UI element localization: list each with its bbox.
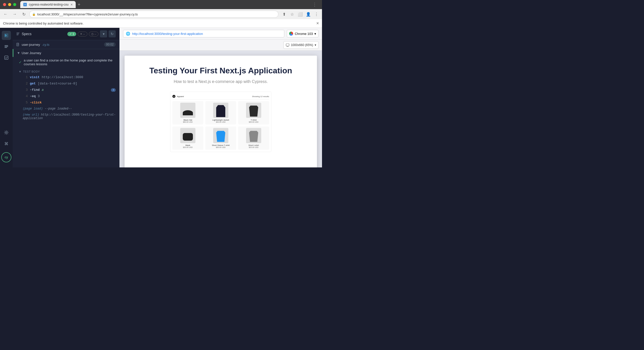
- command-row-1[interactable]: 1 visit http://localhost:3000: [13, 74, 119, 80]
- profile-icon[interactable]: 👤: [305, 11, 312, 18]
- preview-url-text: http://localhost:3000/testing-your-first…: [132, 32, 203, 36]
- viewport-select[interactable]: 1000x660 (65%) ▾: [284, 41, 318, 49]
- traffic-light-red[interactable]: [3, 3, 6, 6]
- preview-url-bar[interactable]: 🌐 http://localhost:3000/testing-your-fir…: [123, 30, 284, 37]
- file-name: user-journey .cy.ts: [16, 43, 50, 47]
- cmd-arg-1: http://localhost:3000: [42, 75, 83, 79]
- specs-title: Specs: [16, 32, 32, 36]
- command-row-5[interactable]: 5 -click: [13, 99, 119, 106]
- settings-icon-button[interactable]: [2, 128, 11, 137]
- back-button[interactable]: ←: [2, 11, 9, 18]
- shop-logo: ●: [172, 95, 175, 98]
- product-card-tshirt: T-Shirt $35.00 USD: [238, 101, 269, 124]
- product-img-hat: [180, 103, 195, 118]
- address-bar[interactable]: 🔒 localhost:3000/__/#/specs/runner?file=…: [29, 11, 278, 18]
- command-row-2[interactable]: 2 get [data-test=course-0]: [13, 80, 119, 87]
- browser-menu-icon[interactable]: ⋮: [312, 2, 319, 7]
- cmd-num-1: 1: [23, 75, 28, 79]
- traffic-light-yellow[interactable]: [8, 3, 11, 6]
- globe-icon: 🌐: [126, 32, 130, 36]
- traffic-light-green[interactable]: [13, 3, 16, 6]
- browser-name: Chrome 103: [295, 32, 313, 36]
- forward-button[interactable]: →: [11, 11, 18, 18]
- preview-content: Testing Your First Next.js Application H…: [119, 51, 322, 167]
- specs-icon: [16, 32, 20, 36]
- cmd-name-click: -click: [30, 101, 42, 104]
- test-item[interactable]: ✓ a user can find a course on the home p…: [13, 57, 119, 68]
- meta-label-1: (page load): [23, 107, 43, 111]
- chrome-logo: [289, 32, 293, 36]
- tab-favicon: [23, 3, 27, 6]
- command-row-4[interactable]: 4 -eq 3: [13, 93, 119, 99]
- tab-close-icon[interactable]: ×: [71, 3, 73, 7]
- cmd-num-2: 2: [23, 82, 28, 85]
- test-panel: Specs ✓ 1 ✕ -- ◷ -- ▾ ↻: [13, 28, 119, 167]
- svg-rect-2: [5, 34, 6, 35]
- browser-dropdown-icon: ▾: [314, 32, 316, 36]
- specs-icon-button[interactable]: [2, 42, 11, 51]
- shop-name: Apparel: [177, 95, 184, 98]
- app-preview-title: Testing Your First Next.js Application: [149, 66, 292, 75]
- share-icon[interactable]: ⬆: [280, 11, 288, 18]
- test-timer: 00:02: [104, 42, 116, 47]
- meta-label-2: (new url): [23, 113, 39, 117]
- bookmark-icon[interactable]: ☆: [289, 11, 296, 18]
- svg-rect-7: [5, 47, 7, 48]
- pending-count: --: [94, 32, 96, 35]
- cmd-name-eq: -eq: [30, 94, 36, 98]
- cmd-icon-button[interactable]: ⌘: [2, 139, 11, 148]
- cmd-badge-3: 4: [111, 88, 116, 92]
- refresh-button[interactable]: ↻: [109, 30, 116, 37]
- product-img-jacket: [213, 103, 228, 118]
- product-grid-preview: ● Apparel Showing 12 results Black Hat $: [170, 92, 271, 152]
- pending-badge: ◷ --: [89, 32, 98, 36]
- command-row-3[interactable]: 3 -find a 4: [13, 87, 119, 93]
- new-tab-button[interactable]: +: [76, 1, 83, 8]
- notification-bar: Chrome is being controlled by automated …: [0, 19, 322, 28]
- dropdown-button[interactable]: ▾: [100, 30, 107, 37]
- test-results-icon-button[interactable]: [2, 53, 11, 62]
- product-img-mask: [180, 128, 195, 143]
- notification-close-button[interactable]: ×: [316, 21, 319, 26]
- meta-value-1: --page loaded--: [45, 107, 72, 111]
- pass-badge: ✓ 1: [67, 32, 76, 36]
- cmd-num-5: 5: [23, 101, 28, 104]
- suite-name: User Journey: [22, 51, 41, 55]
- viewport-size: 1000x660 (65%): [291, 43, 313, 47]
- meta-line-1: (page load) --page loaded--: [13, 106, 119, 112]
- app-preview: Testing Your First Next.js Application H…: [125, 56, 317, 167]
- specs-controls: ✓ 1 ✕ -- ◷ -- ▾ ↻: [67, 30, 116, 37]
- reader-icon[interactable]: ⬜: [297, 11, 304, 18]
- svg-rect-3: [5, 35, 7, 36]
- product-card-grey-shirt: Short t-shirt $25.00 USD: [238, 126, 269, 150]
- run-icon-button[interactable]: [2, 31, 11, 40]
- cmd-arg-2: [data-test=course-0]: [38, 82, 77, 85]
- cmd-name-find: -find: [30, 88, 40, 92]
- cy-logo: cy: [1, 152, 11, 162]
- test-name: a user can find a course on the home pag…: [24, 58, 116, 66]
- cmd-num-4: 4: [23, 94, 28, 98]
- viewport-icon: [286, 43, 289, 47]
- more-icon[interactable]: ⋮: [313, 11, 320, 18]
- pass-count: 1: [73, 32, 74, 35]
- browser-navbar: ← → ↻ 🔒 localhost:3000/__/#/specs/runner…: [0, 9, 322, 19]
- product-card-mask: Mask $20.00 USD: [172, 126, 203, 150]
- address-text: localhost:3000/__/#/specs/runner?file=cy…: [37, 12, 276, 16]
- svg-rect-8: [5, 56, 8, 59]
- test-pass-icon: ✓: [19, 60, 22, 64]
- test-tree: ▼ User Journey ✓ a user can find a cours…: [13, 49, 119, 167]
- suite-header[interactable]: ▼ User Journey: [13, 49, 119, 57]
- meta-line-2: (new url) http://localhost:3000/testing-…: [13, 112, 119, 121]
- cmd-arg-3: a: [42, 88, 44, 92]
- file-icon: [16, 43, 20, 46]
- viewport-dropdown-icon: ▾: [315, 43, 316, 47]
- lock-icon: 🔒: [32, 13, 36, 16]
- app-container: ⌘ cy Specs ✓ 1 ✕ --: [0, 28, 322, 167]
- sidebar-icons: ⌘ cy: [0, 28, 13, 167]
- grid-header: ● Apparel Showing 12 results: [172, 94, 269, 100]
- cmd-symbol: ⌘: [4, 141, 8, 146]
- browser-tab[interactable]: cypress-realworld-testing-cou ×: [20, 1, 76, 8]
- cmd-name-get: get: [30, 82, 36, 85]
- browser-select[interactable]: Chrome 103 ▾: [287, 30, 318, 37]
- reload-button[interactable]: ↻: [20, 11, 27, 18]
